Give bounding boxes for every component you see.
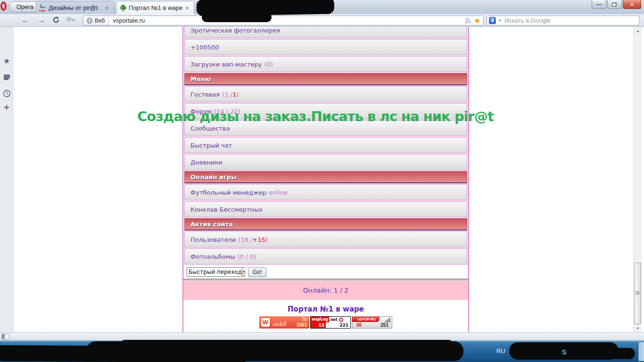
browser-toolbar: ← → Ве bbox=[0, 14, 644, 27]
key-icon bbox=[66, 16, 76, 23]
bookmarks-panel-icon[interactable]: ★ bbox=[0, 56, 13, 66]
menu-link-erotic-gallery[interactable]: Эротическая фотогаллерея bbox=[184, 27, 467, 38]
minimize-icon: — bbox=[596, 1, 602, 8]
header-label: Меню bbox=[190, 75, 211, 82]
counter-banners: W 70 1083 wapLog .net bbox=[183, 316, 468, 329]
menu-link-diaries[interactable]: Дневники bbox=[184, 154, 467, 170]
desktop-screen: Opera CMS Дизайны от pir@t × bbox=[0, 0, 644, 362]
banner-count: 251 bbox=[380, 322, 388, 328]
page-footer: Портал №1 в wape W 70 1083 wap bbox=[183, 300, 468, 332]
engine-dropdown-icon[interactable]: ▼ bbox=[498, 19, 502, 22]
johncms-favicon-icon: CMS bbox=[39, 4, 47, 12]
banner-graph bbox=[272, 321, 286, 326]
search-box[interactable]: 8 ▼ Искать в Google bbox=[487, 16, 639, 25]
quick-nav-row: Быстрый переход ▼ Go! bbox=[184, 265, 467, 279]
web-mode-button[interactable]: Веб bbox=[83, 16, 109, 25]
language-indicator[interactable]: RU bbox=[496, 347, 505, 354]
skype-tray-icon[interactable]: S bbox=[562, 348, 566, 356]
opera-logo-icon bbox=[0, 0, 8, 12]
link-count-close: ) bbox=[265, 236, 268, 243]
web-button-label: Веб bbox=[95, 17, 105, 24]
select-value: Быстрый переход bbox=[187, 269, 242, 275]
banner-site: wapLog bbox=[311, 317, 329, 322]
history-panel-icon[interactable] bbox=[0, 90, 13, 98]
scrollbar-thumb[interactable] bbox=[634, 263, 641, 324]
address-bar[interactable]: Веб vsportale.ru ★ bbox=[83, 16, 484, 25]
designer-watermark-text: Создаю дизы на заказ.Писать в лс на ник … bbox=[137, 108, 494, 124]
link-status: online bbox=[269, 189, 288, 196]
censor-blob-taskbar-top bbox=[122, 340, 452, 346]
tab-title: Дизайны от pir@t bbox=[49, 4, 103, 11]
panel-toggle-button[interactable] bbox=[1, 334, 9, 339]
go-button[interactable]: Go! bbox=[248, 267, 266, 277]
link-count: (1 / bbox=[222, 91, 232, 98]
show-desktop-button[interactable] bbox=[638, 342, 644, 361]
page-viewport: Эротическая фотогаллерея +100500 Загрузк… bbox=[13, 27, 632, 332]
link-label: Гостевая bbox=[190, 91, 220, 98]
password-key-button[interactable] bbox=[66, 16, 78, 25]
link-label: Конклав Бессмертных bbox=[190, 206, 263, 213]
section-header-online-games: Онлайн игры bbox=[184, 171, 467, 183]
quick-nav-select[interactable]: Быстрый переход ▼ bbox=[187, 267, 245, 277]
tab-close-icon[interactable]: × bbox=[103, 4, 111, 12]
link-label: Футбольный менеджер bbox=[190, 189, 266, 196]
footer-title: Портал №1 в wape bbox=[183, 305, 468, 313]
notes-panel-icon[interactable] bbox=[0, 73, 13, 81]
link-label: Дневники bbox=[190, 159, 223, 166]
opera-menu-label: Opera bbox=[17, 3, 33, 10]
reload-button[interactable] bbox=[52, 16, 63, 25]
window-minimize-button[interactable]: — bbox=[592, 0, 606, 9]
menu-link-quick-chat[interactable]: Быстрый чат bbox=[184, 137, 467, 153]
menu-link-100500[interactable]: +100500 bbox=[184, 39, 467, 55]
top-rating-banner[interactable]: W 70 1083 bbox=[259, 316, 309, 329]
tab-designs[interactable]: CMS Дизайны от pir@t × bbox=[36, 1, 114, 14]
add-panel-icon[interactable]: + bbox=[0, 102, 13, 113]
back-button[interactable]: ← bbox=[20, 16, 31, 25]
tab-close-icon[interactable]: × bbox=[183, 4, 191, 12]
banner-count: 1083 bbox=[297, 322, 307, 328]
banner-count: 70 bbox=[302, 317, 307, 322]
scrollbar-grip bbox=[635, 291, 641, 295]
menu-link-conclave[interactable]: Конклав Бессмертных bbox=[184, 201, 467, 217]
menu-link-photo-albums[interactable]: Фотоальбомы (0 / 0) bbox=[184, 248, 467, 264]
banner-badge-icon bbox=[339, 318, 343, 322]
close-icon: × bbox=[630, 1, 634, 8]
forward-button[interactable]: → bbox=[36, 16, 47, 25]
restore-icon bbox=[612, 3, 616, 7]
scroll-down-icon[interactable]: ▼ bbox=[634, 325, 642, 332]
back-arrow-icon: ← bbox=[22, 16, 30, 25]
rss-icon[interactable] bbox=[465, 17, 471, 24]
banner-count: 13 bbox=[311, 322, 326, 328]
select-dropdown-icon[interactable]: ▼ bbox=[242, 268, 246, 276]
browser-body: ★ + Эротическая фотогаллер bbox=[0, 27, 644, 332]
window-close-button[interactable]: × bbox=[623, 0, 641, 9]
link-label: +100500 bbox=[190, 44, 219, 51]
url-text[interactable]: vsportale.ru bbox=[109, 17, 464, 24]
menu-link-downloads[interactable]: Загрузки вап-мастеру (0) bbox=[184, 56, 467, 72]
censor-blob-clock bbox=[611, 348, 635, 359]
waplog-banner[interactable]: wapLog .net 13 221 bbox=[310, 316, 351, 329]
banner-logo: W bbox=[261, 318, 270, 327]
online-counter-band: Онлайн: 1 / 2 bbox=[183, 281, 468, 300]
link-count-new: 1 bbox=[232, 91, 236, 98]
header-label: Онлайн игры bbox=[190, 173, 237, 181]
scroll-up-icon[interactable]: ▲ bbox=[634, 27, 642, 34]
google-engine-icon[interactable]: 8 bbox=[489, 17, 496, 24]
link-label: Загрузки вап-мастеру bbox=[190, 61, 262, 68]
banner-count: 221 bbox=[326, 322, 350, 328]
menu-link-guestbook[interactable]: Гостевая (1 / 1) bbox=[184, 86, 467, 102]
bookmark-star-icon[interactable]: ★ bbox=[474, 16, 480, 25]
address-bar-icons: ★ bbox=[465, 16, 483, 25]
online-counter-text: Онлайн: 1 / 2 bbox=[303, 287, 349, 294]
window-restore-button[interactable] bbox=[607, 0, 622, 9]
link-label: Фотоальбомы bbox=[190, 253, 235, 260]
menu-link-users[interactable]: Пользователи (18 / +15) bbox=[184, 231, 467, 247]
menu-link-football-manager[interactable]: Футбольный менеджер online bbox=[184, 184, 467, 200]
link-label: Сообщества bbox=[190, 125, 230, 132]
tab-portal-active[interactable]: Портал №1 в wape × bbox=[116, 1, 194, 14]
vertical-scrollbar[interactable]: ▲ ▼ bbox=[633, 27, 642, 332]
link-count: (0) bbox=[264, 61, 273, 68]
section-header-menu: Меню bbox=[184, 73, 467, 85]
link-label: Эротическая фотогаллерея bbox=[190, 27, 280, 34]
o5top-banner[interactable]: o5TOP.RU 56 251 bbox=[352, 316, 392, 329]
